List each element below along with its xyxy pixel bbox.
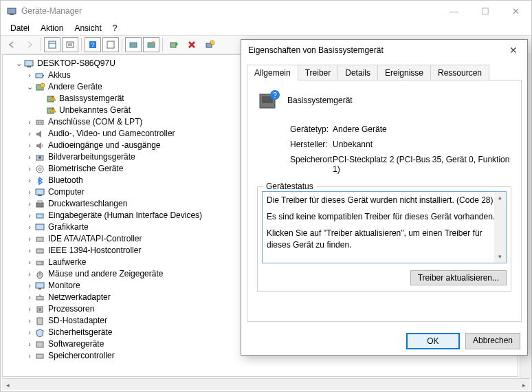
svg-point-34: [38, 168, 41, 171]
forward-button[interactable]: [21, 37, 38, 52]
status-fieldset: Gerätestatus Die Treiber für dieses Gerä…: [257, 186, 511, 292]
cancel-button[interactable]: Abbrechen: [465, 333, 520, 349]
warning-device-icon: !: [45, 94, 56, 105]
tab-ressourcen[interactable]: Ressourcen: [430, 65, 489, 80]
toolbar-btn-4[interactable]: [102, 37, 119, 52]
svg-point-44: [41, 262, 43, 263]
svg-rect-49: [36, 296, 43, 300]
properties-dialog: Eigenschaften von Basissystemgerät ✕ All…: [241, 39, 528, 356]
device-name-label: Basissystemgerät: [287, 96, 353, 105]
monitor-icon: [34, 281, 45, 292]
toolbar-scan-btn[interactable]: [166, 37, 182, 52]
svg-point-15: [210, 41, 214, 45]
value-type: Andere Geräte: [333, 124, 511, 134]
tab-treiber[interactable]: Treiber: [298, 65, 339, 80]
printer-icon: [34, 199, 45, 210]
scroll-right-button[interactable]: ▸: [518, 379, 530, 391]
tab-panel-allgemein: ? Basissystemgerät Gerätetyp:Andere Gerä…: [247, 80, 522, 322]
menu-help[interactable]: ?: [107, 22, 123, 34]
mouse-icon: [34, 269, 45, 280]
value-vendor: Unbekannt: [333, 140, 511, 149]
svg-rect-37: [36, 203, 43, 207]
svg-rect-10: [130, 43, 137, 47]
status-line-2: Es sind keine kompatiblen Treiber für di…: [267, 211, 502, 222]
label-vendor: Hersteller:: [257, 140, 333, 149]
svg-point-29: [38, 122, 39, 123]
scroll-down-button[interactable]: ▾: [494, 251, 506, 263]
svg-rect-54: [36, 354, 43, 358]
dialog-title: Eigenschaften von Basissystemgerät: [248, 45, 500, 55]
toolbar-refresh-btn[interactable]: [201, 37, 218, 52]
menu-ansicht[interactable]: Ansicht: [69, 22, 107, 34]
ide-icon: [34, 234, 45, 245]
hid-icon: [34, 210, 45, 221]
app-icon: [6, 6, 17, 17]
svg-rect-53: [36, 342, 43, 347]
update-driver-button[interactable]: Treiber aktualisieren...: [410, 270, 507, 285]
menu-aktion[interactable]: Aktion: [35, 22, 69, 34]
ok-button[interactable]: OK: [406, 333, 460, 349]
svg-rect-0: [8, 8, 16, 14]
svg-text:?: ?: [273, 91, 277, 99]
toolbar-btn-5[interactable]: [125, 37, 142, 52]
close-button[interactable]: ✕: [500, 1, 531, 21]
storage-icon: [34, 351, 45, 362]
battery-icon: [34, 70, 45, 81]
svg-rect-41: [36, 237, 43, 241]
svg-rect-35: [36, 189, 44, 195]
svg-rect-16: [25, 61, 33, 66]
dialog-titlebar[interactable]: Eigenschaften von Basissystemgerät ✕: [241, 40, 527, 61]
toolbar-btn-1[interactable]: [44, 37, 60, 52]
svg-rect-40: [36, 224, 44, 230]
tab-ereignisse[interactable]: Ereignisse: [377, 65, 431, 80]
svg-rect-13: [170, 43, 176, 47]
pc-icon: [34, 187, 45, 198]
device-big-icon: ?: [257, 89, 280, 112]
svg-rect-52: [38, 308, 41, 311]
horizontal-scrollbar[interactable]: ◂ ▸: [2, 378, 530, 390]
svg-point-30: [41, 122, 42, 123]
value-location: PCI-Steckplatz 2 (PCI-Bus 35, Gerät 0, F…: [333, 155, 511, 174]
svg-rect-39: [36, 214, 43, 218]
svg-text:!: !: [52, 96, 54, 100]
window-title: Geräte-Manager: [21, 6, 439, 16]
label-location: Speicherort:: [257, 155, 333, 174]
tab-details[interactable]: Details: [337, 65, 378, 80]
toolbar-delete-btn[interactable]: [184, 37, 200, 52]
svg-rect-1: [10, 14, 14, 15]
warning-device-icon: !: [45, 105, 56, 116]
scroll-up-button[interactable]: ▴: [494, 192, 506, 204]
svg-rect-2: [49, 41, 56, 48]
toolbar-btn-6[interactable]: [143, 37, 159, 52]
tabstrip: Allgemein Treiber Details Ereignisse Res…: [247, 65, 522, 80]
sd-icon: [34, 316, 45, 327]
security-icon: [34, 327, 45, 338]
status-scrollbar[interactable]: ▴ ▾: [494, 192, 506, 263]
dialog-close-button[interactable]: ✕: [500, 40, 527, 61]
menu-datei[interactable]: Datei: [5, 22, 35, 34]
computer-icon: [23, 58, 34, 69]
toolbar-btn-2[interactable]: [62, 37, 78, 52]
scroll-left-button[interactable]: ◂: [2, 379, 14, 391]
speaker-icon: [34, 129, 45, 140]
status-textbox[interactable]: Die Treiber für dieses Gerät wurden nich…: [262, 191, 507, 263]
drive-icon: [34, 257, 45, 268]
toolbar-help-btn[interactable]: ?: [85, 37, 101, 52]
svg-text:!: !: [52, 107, 54, 112]
back-button[interactable]: [3, 37, 20, 52]
tab-allgemein[interactable]: Allgemein: [247, 65, 298, 80]
svg-point-33: [36, 166, 43, 173]
maximize-button[interactable]: ☐: [469, 1, 500, 21]
network-icon: [34, 292, 45, 303]
minimize-button[interactable]: —: [439, 1, 469, 21]
svg-rect-47: [36, 283, 44, 288]
audio-io-icon: [34, 140, 45, 151]
svg-rect-17: [27, 66, 31, 67]
svg-rect-28: [36, 120, 43, 124]
svg-rect-18: [36, 74, 43, 78]
display-icon: [34, 222, 45, 233]
svg-rect-38: [38, 201, 42, 203]
bluetooth-icon: [34, 175, 45, 186]
imaging-icon: [34, 152, 45, 163]
svg-point-21: [41, 83, 45, 87]
